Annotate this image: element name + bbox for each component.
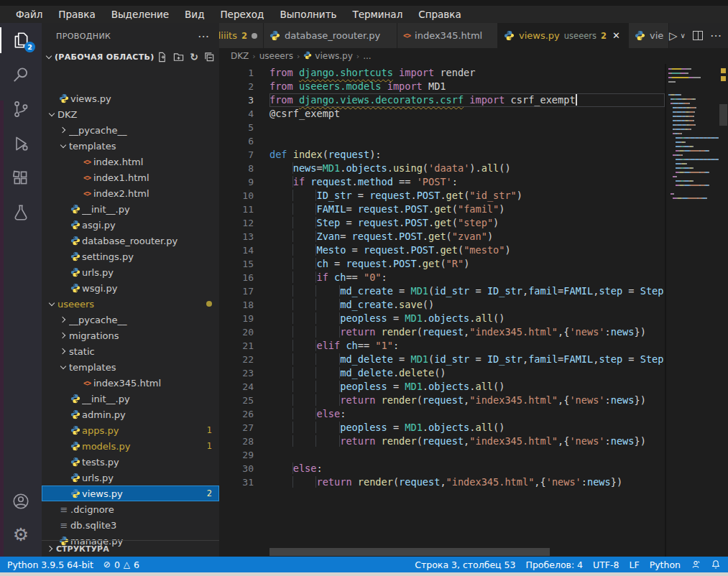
refresh-icon[interactable]: ↻ [190, 52, 198, 62]
code-line[interactable]: 17 md_create = MD1(id_str = ID_str,famil… [219, 284, 665, 298]
code-line[interactable]: 19 peopless = MD1.objects.all() [219, 312, 665, 325]
cursor-position-status[interactable]: Строка 3, столбец 53 [415, 559, 515, 570]
code-line[interactable]: 7def index(request): [219, 148, 665, 162]
tree-item-models.py[interactable]: models.py1 [42, 438, 219, 454]
code-line[interactable]: 5 [219, 121, 665, 134]
new-folder-icon[interactable] [173, 52, 184, 62]
menu-item-1[interactable]: Правка [51, 9, 102, 20]
tree-item-templates[interactable]: templates [42, 138, 219, 154]
tree-item-apps.py[interactable]: apps.py1 [42, 422, 219, 438]
code-line[interactable]: 4@csrf_exempt [219, 107, 665, 121]
code-line[interactable]: 30 else: [219, 462, 665, 475]
code-line[interactable]: 14 Mesto = request.POST.get("mesto") [219, 243, 665, 257]
menu-item-0[interactable]: Файл [9, 9, 50, 20]
menu-item-7[interactable]: Справка [411, 9, 468, 20]
python-interpreter-status[interactable]: Python 3.9.5 64-bit [7, 559, 93, 570]
tree-item-tests.py[interactable]: tests.py [42, 454, 219, 470]
collapse-all-icon[interactable] [204, 52, 215, 62]
code-area[interactable]: 1from django.shortcuts import render2fro… [219, 64, 728, 557]
menu-item-5[interactable]: Выполнить [272, 9, 344, 20]
tree-item-migrations[interactable]: migrations [42, 328, 219, 343]
code-editor[interactable]: 1from django.shortcuts import render2fro… [219, 64, 665, 557]
code-line[interactable]: 16 if ch== "0": [219, 271, 665, 284]
tree-item-views.py[interactable]: views.py2 [42, 486, 219, 501]
tree-item-db.sqlite3[interactable]: ≡db.sqlite3 [42, 517, 219, 533]
feedback-icon[interactable] [691, 559, 701, 570]
code-line[interactable]: 13 Zvan= request.POST.get("zvan") [219, 230, 665, 243]
language-mode-status[interactable]: Python [650, 559, 681, 570]
tree-item-DKZ[interactable]: DKZ [42, 106, 219, 122]
breadcrumb-item-0[interactable]: DKZ [231, 51, 249, 61]
tab-database_roouter.py[interactable]: database_roouter.py [264, 23, 397, 48]
code-line[interactable]: 24 peopless = MD1.objects.all() [219, 380, 665, 394]
overview-ruler[interactable] [719, 64, 728, 557]
sidebar-more-icon[interactable]: ⋯ [198, 29, 209, 43]
tree-item-__pycache__[interactable]: __pycache__ [42, 122, 219, 138]
breadcrumb-item-1[interactable]: useeers [259, 51, 293, 61]
search-icon[interactable] [0, 57, 42, 92]
tab-diiits[interactable]: diiits2 [219, 23, 264, 48]
new-file-icon[interactable] [157, 52, 167, 62]
code-line[interactable]: 11 FAMIL= request.POST.get("famil") [219, 203, 665, 216]
tree-item-urls.py[interactable]: urls.py [42, 264, 219, 280]
code-line[interactable]: 10 ID_str = request.POST.get("id_str") [219, 189, 665, 203]
run-button[interactable]: ▷ [669, 29, 678, 42]
notifications-bell-icon[interactable] [711, 559, 721, 570]
tree-item-admin.py[interactable]: admin.py [42, 407, 219, 422]
tree-item-__pycache__[interactable]: __pycache__ [42, 312, 219, 328]
settings-gear-icon[interactable]: ⚙ [0, 518, 42, 551]
tree-item-templates[interactable]: templates [42, 359, 219, 375]
breadcrumb-item-2[interactable]: views.py [303, 51, 352, 62]
code-line[interactable]: 31 return render(request,"index345.html"… [219, 475, 665, 489]
code-line[interactable]: 23 md_delete.delete() [219, 366, 665, 380]
tree-item-database_roouter.py[interactable]: database_roouter.py [42, 233, 219, 248]
menu-item-2[interactable]: Выделение [104, 9, 176, 20]
more-actions-icon[interactable]: ⋯ [710, 29, 722, 42]
code-line[interactable]: 25 return render(request,"index345.html"… [219, 394, 665, 407]
run-debug-icon[interactable] [0, 126, 42, 161]
source-control-icon[interactable] [0, 92, 42, 126]
account-icon[interactable] [0, 485, 42, 518]
split-editor-icon[interactable] [693, 31, 703, 40]
eol-status[interactable]: LF [630, 559, 640, 570]
code-line[interactable]: 8 news=MD1.objects.using('daata').all() [219, 162, 665, 175]
tree-item-wsgi.py[interactable]: wsgi.py [42, 280, 219, 296]
code-line[interactable]: 20 return render(request,"index345.html"… [219, 325, 665, 339]
problems-status[interactable]: ⊘ 0 △ 6 [103, 559, 139, 570]
code-line[interactable]: 3from django.views.decorators.csrf impor… [219, 93, 665, 107]
tree-item-__init__.py[interactable]: __init__.py [42, 391, 219, 407]
code-line[interactable]: 15 ch = request.POST.get("R") [219, 257, 665, 271]
close-icon[interactable]: ✕ [612, 30, 620, 41]
code-line[interactable]: 21 elif ch== "1": [219, 339, 665, 353]
tree-item-useeers[interactable]: useeers [42, 296, 219, 312]
code-line[interactable]: 2from useeers.models import MD1 [219, 80, 665, 93]
explorer-icon[interactable]: 2 [0, 23, 42, 57]
tree-item-__init__.py[interactable]: __init__.py [42, 201, 219, 217]
tree-item-index345.html[interactable]: <>index345.html [42, 375, 219, 391]
tree-item-views.py[interactable]: views.py [42, 90, 219, 106]
breadcrumb-item-3[interactable]: ... [363, 51, 371, 61]
code-line[interactable]: 22 md_delete = MD1(id_str = ID_str,famil… [219, 353, 665, 366]
code-line[interactable]: 27 peopless = MD1.objects.all() [219, 421, 665, 435]
minimap[interactable] [665, 64, 719, 557]
tree-item-.dcignore[interactable]: ≡.dcignore [42, 501, 219, 517]
code-line[interactable]: 6 [219, 134, 665, 148]
tree-item-settings.py[interactable]: settings.py [42, 248, 219, 264]
code-line[interactable]: 9 if request.method == 'POST': [219, 175, 665, 189]
code-line[interactable]: 28 return render(request,"index345.html"… [219, 435, 665, 448]
encoding-status[interactable]: UTF-8 [593, 559, 619, 570]
menu-item-4[interactable]: Переход [213, 9, 271, 20]
code-line[interactable]: 12 Step = request.POST.get("step") [219, 216, 665, 230]
testing-icon[interactable] [0, 195, 42, 230]
workspace-section-header[interactable]: (РАБОЧАЯ ОБЛАСТЬ) ... ↻ [42, 49, 219, 65]
menu-item-3[interactable]: Вид [178, 9, 211, 20]
tree-item-index2.html[interactable]: <>index2.html [42, 185, 219, 201]
tree-item-static[interactable]: static [42, 343, 219, 359]
horizontal-scrollbar[interactable] [269, 548, 550, 556]
indentation-status[interactable]: Пробелов: 4 [526, 559, 584, 570]
tab-index345.html[interactable]: <>index345.html [397, 23, 498, 48]
extensions-icon[interactable] [0, 161, 42, 195]
tree-item-asgi.py[interactable]: asgi.py [42, 217, 219, 233]
tree-item-index.html[interactable]: <>index.html [42, 154, 219, 169]
menu-item-6[interactable]: Терминал [345, 9, 410, 20]
